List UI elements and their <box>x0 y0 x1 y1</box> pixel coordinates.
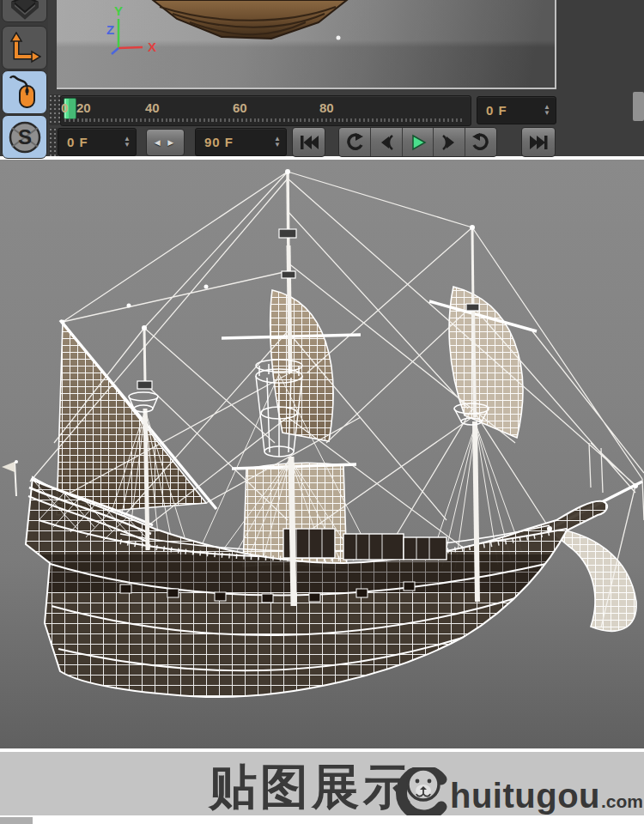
end-frame-field[interactable]: 90 F ▲▼ <box>195 128 287 156</box>
prev-next-frame-button[interactable]: ◀ ▶ <box>146 129 185 156</box>
previous-key-icon <box>344 133 365 152</box>
play-forward-button[interactable] <box>403 128 434 156</box>
logo-tld: .com <box>601 791 642 811</box>
banner-title: 贴图展示 <box>209 755 415 821</box>
spinner-arrows-icon[interactable]: ▲▼ <box>544 105 550 115</box>
ruler-tick-label: 40 <box>145 100 160 115</box>
wireframe-ship-render <box>0 160 644 752</box>
range-frame-value: 0 F <box>486 103 544 118</box>
caption-banner: 贴图展示 huitugou .com <box>0 752 644 815</box>
play-backward-button[interactable] <box>371 128 403 156</box>
end-frame-value: 90 F <box>204 135 274 149</box>
mouse-move-tool-button[interactable] <box>2 70 47 114</box>
ruler-tick-label: 0 <box>61 100 68 115</box>
mouse-icon <box>8 75 42 111</box>
axis-y-label: Y <box>114 7 123 18</box>
go-to-start-button[interactable] <box>292 127 325 157</box>
ruler-tick-label: 60 <box>233 100 247 115</box>
textured-ship-preview <box>143 0 357 60</box>
ruler-tick-label: 80 <box>319 100 334 115</box>
current-frame-field[interactable]: 0 F ▲▼ <box>58 128 137 156</box>
page: S Y Z X <box>0 0 644 824</box>
ruler-ticks <box>64 118 463 122</box>
next-frame-icon <box>439 133 459 152</box>
axis-icon <box>9 32 41 64</box>
polygon-mode-tool-button[interactable] <box>2 0 47 22</box>
spinner-arrows-icon[interactable]: ▲▼ <box>124 136 131 147</box>
3d-viewport[interactable]: Y Z X <box>57 0 556 89</box>
range-frame-field[interactable]: 0 F ▲▼ <box>477 96 556 124</box>
play-backward-icon <box>376 133 397 152</box>
go-to-end-button[interactable] <box>521 127 556 157</box>
footer-corner-block <box>0 817 33 824</box>
axis-z-label: Z <box>106 22 114 37</box>
grip-handle[interactable] <box>49 94 60 125</box>
c4d-timeline-panel: S Y Z X <box>0 0 644 160</box>
polygon-cube-icon <box>6 0 44 21</box>
page-footer-strip <box>0 815 644 824</box>
transport-button-group <box>338 127 497 157</box>
spinner-arrows-icon[interactable]: ▲▼ <box>274 136 281 147</box>
previous-key-button[interactable] <box>339 128 371 156</box>
svg-text:S: S <box>17 125 31 148</box>
wireframe-ship-graphic <box>0 160 644 748</box>
go-to-end-icon <box>527 133 550 152</box>
next-key-icon <box>471 133 491 152</box>
next-key-button[interactable] <box>465 128 496 156</box>
ruler-tick-label: 20 <box>76 100 91 115</box>
timeline-scrollbar-cap[interactable] <box>633 92 644 121</box>
dog-mascot-icon <box>406 768 440 800</box>
current-frame-value: 0 F <box>67 135 124 149</box>
left-toolbar: S <box>0 0 48 156</box>
s-sphere-icon: S <box>7 119 43 155</box>
go-to-start-icon <box>298 133 320 152</box>
play-icon <box>407 133 428 152</box>
axis-tool-button[interactable] <box>2 26 47 70</box>
site-watermark-logo: huitugou .com <box>388 767 642 815</box>
next-frame-button[interactable] <box>434 128 465 156</box>
simulate-tool-button[interactable]: S <box>2 115 47 159</box>
logo-text: huitugou <box>450 777 600 815</box>
frame-ruler[interactable]: 0 20 40 60 80 <box>60 95 471 126</box>
